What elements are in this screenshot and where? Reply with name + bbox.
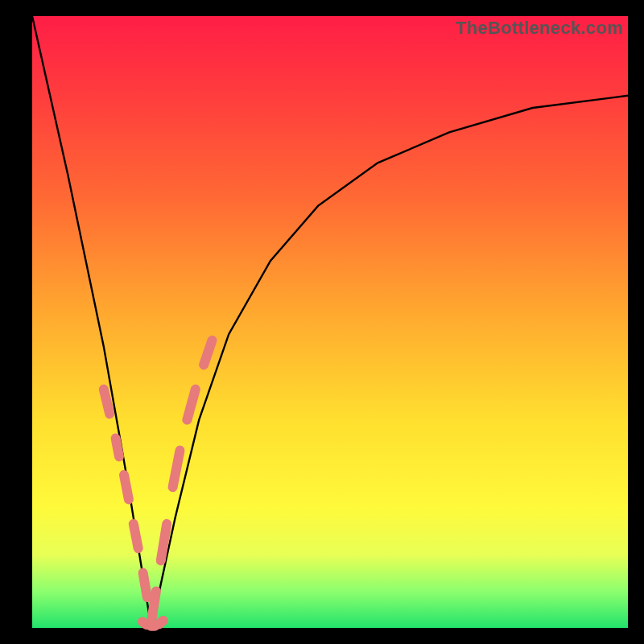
bead-segment [161,524,167,561]
plot-area: TheBottleneck.com [32,16,628,628]
chart-svg [32,16,628,628]
bead-segment [159,621,163,625]
bead-segment [167,487,172,524]
chart-frame: TheBottleneck.com [16,16,628,628]
bead-segment [173,451,180,488]
bead-cluster [104,341,213,626]
bead-segment [204,341,212,365]
curve-right-arm [151,96,628,628]
